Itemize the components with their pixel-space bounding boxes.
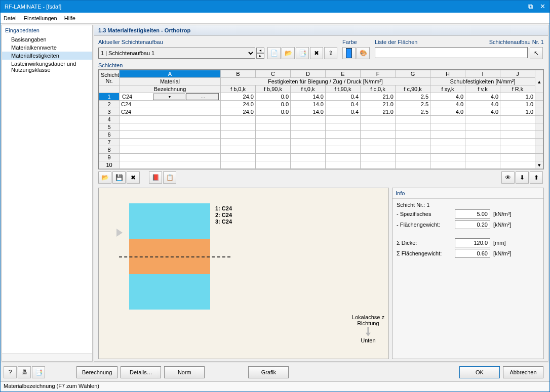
row-number[interactable]: 7 [99,139,120,146]
cell-value[interactable] [361,131,396,139]
cell-value[interactable] [361,161,396,169]
cell-value[interactable] [430,154,465,161]
cell-value[interactable] [256,154,291,161]
col-E[interactable]: E [326,70,361,78]
cell-value[interactable] [465,123,500,131]
col-B[interactable]: B [221,70,256,78]
details-button[interactable]: Details… [121,366,161,378]
scrollbar-track[interactable] [535,146,543,154]
cell-value[interactable]: 4.0 [430,93,465,101]
cell-value[interactable] [500,116,535,123]
cell-value[interactable] [256,139,291,146]
cell-material[interactable] [120,154,221,161]
view-icon[interactable]: 👁 [501,171,515,184]
cell-material[interactable]: C24▼… [120,93,221,101]
cell-value[interactable] [291,146,326,154]
cell-value[interactable] [291,154,326,161]
row-number[interactable]: 10 [99,161,120,169]
cell-value[interactable]: 24.0 [221,108,256,116]
cell-value[interactable] [430,139,465,146]
tree-root[interactable]: Eingabedaten [2,25,92,35]
scrollbar-track[interactable] [535,139,543,146]
folder-open-icon[interactable]: 📂 [98,171,111,184]
col-G[interactable]: G [396,70,430,78]
cell-value[interactable]: 4.0 [430,101,465,108]
cell-value[interactable]: 4.0 [430,108,465,116]
row-number[interactable]: 6 [99,131,120,139]
print-icon[interactable]: 🖶 [18,366,31,378]
col-J[interactable]: J [500,70,535,78]
col-A[interactable]: A [120,70,221,78]
cell-value[interactable] [396,123,430,131]
copy-layup-icon[interactable]: 📑 [296,47,309,59]
cell-value[interactable] [430,116,465,123]
cell-value[interactable] [256,116,291,123]
cell-value[interactable]: 0.4 [326,93,361,101]
cell-value[interactable] [430,161,465,169]
cell-value[interactable] [361,146,396,154]
cell-material[interactable]: C24 [120,101,221,108]
cell-value[interactable]: 14.0 [291,93,326,101]
cell-value[interactable]: 2.5 [396,108,430,116]
col-F[interactable]: F [361,70,396,78]
col-H[interactable]: H [430,70,465,78]
cell-value[interactable] [291,161,326,169]
row-number[interactable]: 2 [99,101,120,108]
scrollbar-track[interactable] [535,116,543,123]
menu-settings[interactable]: Einstellungen [24,15,57,21]
layup-prev[interactable]: ◄ [256,48,264,53]
col-D[interactable]: D [291,70,326,78]
table-scroll-up[interactable]: ▴ [535,70,543,93]
cell-value[interactable] [256,123,291,131]
restore-icon[interactable]: ⧉ [528,3,533,11]
cell-value[interactable] [500,146,535,154]
cell-value[interactable] [221,116,256,123]
cell-value[interactable]: 4.0 [465,108,500,116]
col-C[interactable]: C [256,70,291,78]
cell-value[interactable]: 0.0 [256,93,291,101]
row-number[interactable]: 1 [99,93,120,101]
export-excel-icon[interactable]: ⬇ [516,171,529,184]
col-I[interactable]: I [465,70,500,78]
cell-value[interactable]: 1.0 [500,93,535,101]
cell-value[interactable]: 14.0 [291,101,326,108]
cell-value[interactable]: 0.0 [256,108,291,116]
import-excel-icon[interactable]: ⬆ [530,171,543,184]
copy-table-icon[interactable]: 📋 [163,171,176,184]
new-layup-icon[interactable]: 📄 [267,47,281,59]
cell-value[interactable] [396,154,430,161]
cell-value[interactable] [291,116,326,123]
cell-value[interactable] [396,146,430,154]
layup-select[interactable]: 1 | Schichtenaufbau 1 [98,48,255,59]
help-icon[interactable]: ? [4,366,17,378]
cell-value[interactable]: 2.5 [396,101,430,108]
sidebar-item-1[interactable]: Materialkennwerte [2,43,92,52]
cell-value[interactable] [221,146,256,154]
cell-value[interactable] [221,161,256,169]
cell-value[interactable] [396,131,430,139]
cell-value[interactable] [326,139,361,146]
row-number[interactable]: 4 [99,116,120,123]
color-swatch-button[interactable] [342,47,356,59]
table-scroll-down[interactable]: ▾ [535,161,543,169]
cell-value[interactable]: 14.0 [291,108,326,116]
scrollbar-track[interactable] [535,123,543,131]
cell-value[interactable] [430,131,465,139]
row-number[interactable]: 5 [99,123,120,131]
cell-value[interactable] [361,139,396,146]
cell-material[interactable] [120,161,221,169]
cell-value[interactable] [326,116,361,123]
cell-material[interactable] [120,139,221,146]
cell-value[interactable] [465,161,500,169]
cell-material[interactable] [120,116,221,123]
sidebar-item-3[interactable]: Lasteinwirkungsdauer und Nutzungsklasse [2,60,92,74]
scrollbar-track[interactable] [535,154,543,161]
scrollbar-track[interactable] [535,93,543,101]
surface-list-input[interactable] [375,47,528,58]
row-number[interactable]: 8 [99,146,120,154]
cell-value[interactable]: 21.0 [361,101,396,108]
norm-button[interactable]: Norm [164,366,205,378]
cell-value[interactable] [361,154,396,161]
cell-value[interactable]: 1.0 [500,108,535,116]
cell-value[interactable] [500,131,535,139]
